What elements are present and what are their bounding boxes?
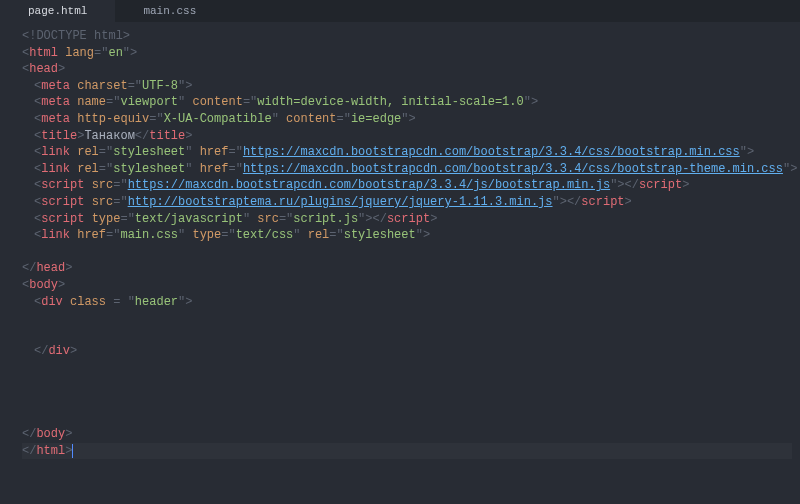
tab-main-css[interactable]: main.css xyxy=(115,0,224,22)
code-line: <meta charset="UTF-8"> xyxy=(22,78,792,95)
code-line: <link href="main.css" type="text/css" re… xyxy=(22,227,792,244)
code-line: <link rel="stylesheet" href="https://max… xyxy=(22,161,792,178)
code-line: <script src="http://bootstraptema.ru/plu… xyxy=(22,194,792,211)
code-line xyxy=(22,410,792,427)
code-line xyxy=(22,327,792,344)
code-line: <html lang="en"> xyxy=(22,45,792,62)
code-line: <link rel="stylesheet" href="https://max… xyxy=(22,144,792,161)
code-line xyxy=(22,244,792,261)
code-line: </div> xyxy=(22,343,792,360)
code-line xyxy=(22,360,792,377)
tab-page-html[interactable]: page.html xyxy=(0,0,115,22)
code-line: </html> xyxy=(22,443,792,460)
cursor-icon xyxy=(72,444,73,458)
code-line xyxy=(22,393,792,410)
code-line xyxy=(22,310,792,327)
tab-bar: page.html main.css xyxy=(0,0,800,22)
code-line: <head> xyxy=(22,61,792,78)
code-line: <body> xyxy=(22,277,792,294)
code-line: <meta name="viewport" content="width=dev… xyxy=(22,94,792,111)
code-line: </body> xyxy=(22,426,792,443)
code-line: </head> xyxy=(22,260,792,277)
code-line: <script type="text/javascript" src="scri… xyxy=(22,211,792,228)
code-line: <meta http-equiv="X-UA-Compatible" conte… xyxy=(22,111,792,128)
code-line: <!DOCTYPE html> xyxy=(22,28,792,45)
code-line xyxy=(22,376,792,393)
tab-label: main.css xyxy=(143,5,196,17)
code-line: <title>Танаком</title> xyxy=(22,128,792,145)
code-line: <script src="https://maxcdn.bootstrapcdn… xyxy=(22,177,792,194)
code-editor[interactable]: <!DOCTYPE html> <html lang="en"> <head> … xyxy=(0,22,800,465)
code-line: <div class = "header"> xyxy=(22,294,792,311)
tab-label: page.html xyxy=(28,5,87,17)
